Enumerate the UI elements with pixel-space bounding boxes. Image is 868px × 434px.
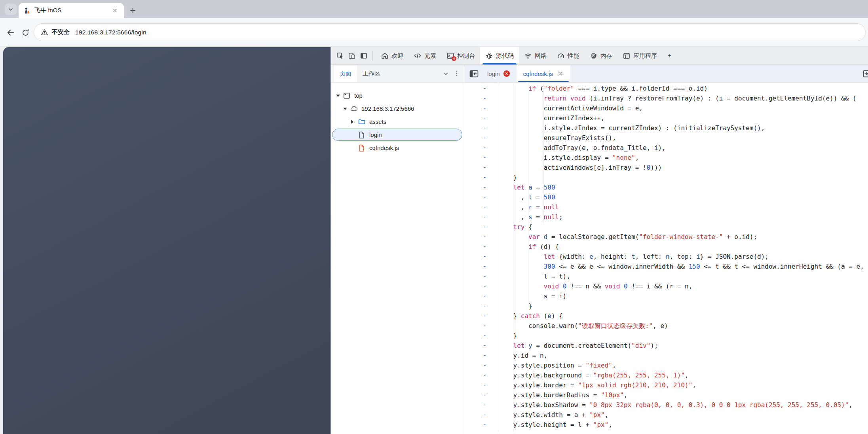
- line-gutter-marker[interactable]: -: [464, 242, 495, 252]
- devtools-tab-sources[interactable]: 源代码: [480, 47, 519, 64]
- tree-item-192-168-3-172-5666[interactable]: 192.168.3.172:5666: [331, 102, 464, 115]
- dock-side-button[interactable]: [358, 47, 370, 64]
- inspect-button[interactable]: [334, 47, 346, 64]
- line-gutter-marker[interactable]: -: [464, 222, 495, 232]
- tree-expander-closed-icon[interactable]: [351, 120, 358, 124]
- line-gutter-marker[interactable]: -: [464, 83, 495, 93]
- line-gutter-marker[interactable]: -: [464, 370, 495, 380]
- line-gutter-marker[interactable]: -: [464, 172, 495, 182]
- line-gutter-marker[interactable]: -: [464, 351, 495, 360]
- line-gutter-marker[interactable]: -: [464, 311, 495, 321]
- tree-item-top[interactable]: top: [331, 89, 464, 102]
- code-editor[interactable]: - if ("folder" === i.type && i.folderId …: [464, 83, 868, 434]
- hide-navigator-button[interactable]: [467, 65, 481, 82]
- editor-tab-close-icon[interactable]: [557, 70, 564, 77]
- address-bar[interactable]: 不安全 192.168.3.172:5666/login: [34, 23, 866, 41]
- code-line[interactable]: - ensureTrayExists(),: [464, 133, 868, 143]
- line-gutter-marker[interactable]: -: [464, 192, 495, 202]
- line-gutter-marker[interactable]: -: [464, 420, 495, 430]
- tree-item-login[interactable]: login: [331, 128, 464, 141]
- line-gutter-marker[interactable]: -: [464, 212, 495, 222]
- line-gutter-marker[interactable]: -: [464, 113, 495, 123]
- line-gutter-marker[interactable]: -: [464, 331, 495, 341]
- open-right-panel-button[interactable]: [862, 68, 868, 79]
- line-gutter-marker[interactable]: -: [464, 232, 495, 242]
- code-line[interactable]: - y.style.height = l + "px",: [464, 420, 868, 430]
- tree-expander-open-icon[interactable]: [343, 108, 350, 110]
- line-gutter-marker[interactable]: -: [464, 360, 495, 370]
- navigator-tab-workspace[interactable]: 工作区: [357, 65, 386, 82]
- code-line[interactable]: - y.style.position = "fixed",: [464, 360, 868, 370]
- editor-tab-cqfndesk-js[interactable]: cqfndesk.js: [517, 65, 570, 82]
- tree-item-assets[interactable]: assets: [331, 115, 464, 128]
- code-line[interactable]: - }: [464, 301, 868, 311]
- more-options-icon[interactable]: [453, 70, 461, 77]
- code-line[interactable]: - currentZIndex++,: [464, 113, 868, 123]
- code-line[interactable]: - }: [464, 331, 868, 341]
- code-line[interactable]: - void 0 !== n && void 0 !== i && (r = n…: [464, 281, 868, 291]
- new-tab-button[interactable]: [127, 5, 138, 15]
- code-line[interactable]: - console.warn("读取窗口状态缓存失败:", e): [464, 321, 868, 331]
- devtools-tab-application[interactable]: 应用程序: [617, 47, 662, 64]
- code-line[interactable]: - var d = localStorage.getItem("folder-w…: [464, 232, 868, 242]
- line-gutter-marker[interactable]: -: [464, 103, 495, 113]
- code-line[interactable]: - 300 <= e && e <= window.innerWidth && …: [464, 262, 868, 271]
- line-gutter-marker[interactable]: -: [464, 133, 495, 143]
- devtools-tab-network[interactable]: 网络: [519, 47, 552, 64]
- code-line[interactable]: - if ("folder" === i.type && i.folderId …: [464, 83, 868, 93]
- tree-item-cqfndesk-js[interactable]: cqfndesk.js: [331, 141, 464, 154]
- line-gutter-marker[interactable]: -: [464, 123, 495, 133]
- code-line[interactable]: - }: [464, 172, 868, 182]
- line-gutter-marker[interactable]: -: [464, 281, 495, 291]
- code-line[interactable]: - , r = null: [464, 202, 868, 212]
- back-button[interactable]: [5, 27, 16, 38]
- line-gutter-marker[interactable]: -: [464, 252, 495, 262]
- editor-tab-login[interactable]: login: [481, 65, 517, 82]
- code-line[interactable]: - i.style.display = "none",: [464, 153, 868, 163]
- line-gutter-marker[interactable]: -: [464, 202, 495, 212]
- code-line[interactable]: - y.style.borderRadius = "10px",: [464, 390, 868, 400]
- line-gutter-marker[interactable]: -: [464, 321, 495, 331]
- tree-expander-open-icon[interactable]: [336, 95, 343, 97]
- browser-tab[interactable]: 飞牛 fnOS: [19, 3, 124, 18]
- device-toolbar-button[interactable]: [346, 47, 358, 64]
- line-gutter-marker[interactable]: -: [464, 153, 495, 163]
- code-line[interactable]: - y.id = n,: [464, 351, 868, 360]
- line-gutter-marker[interactable]: -: [464, 341, 495, 351]
- line-gutter-marker[interactable]: -: [464, 380, 495, 390]
- line-gutter-marker[interactable]: -: [464, 262, 495, 271]
- code-line[interactable]: - let {width: e, height: t, left: n, top…: [464, 252, 868, 262]
- line-gutter-marker[interactable]: -: [464, 400, 495, 410]
- line-gutter-marker[interactable]: -: [464, 163, 495, 172]
- page-viewport[interactable]: [3, 47, 330, 434]
- code-line[interactable]: - , l = 500: [464, 192, 868, 202]
- line-gutter-marker[interactable]: -: [464, 143, 495, 153]
- code-line[interactable]: - try {: [464, 222, 868, 232]
- more-tools-button[interactable]: +: [662, 47, 677, 64]
- code-line[interactable]: - addToTray(e, o.fndata_Title, i),: [464, 143, 868, 153]
- code-line[interactable]: - let a = 500: [464, 182, 868, 192]
- line-gutter-marker[interactable]: -: [464, 410, 495, 420]
- navigator-overflow-chevron-icon[interactable]: [441, 70, 450, 77]
- code-line[interactable]: - activeWindows[e].inTray = !0))): [464, 163, 868, 172]
- code-line[interactable]: - let y = document.createElement("div");: [464, 341, 868, 351]
- code-line[interactable]: - y.style.border = "1px solid rgb(210, 2…: [464, 380, 868, 390]
- code-line[interactable]: - y.style.background = "rgba(255, 255, 2…: [464, 370, 868, 380]
- line-gutter-marker[interactable]: -: [464, 93, 495, 103]
- code-line[interactable]: - s = i): [464, 291, 868, 301]
- line-gutter-marker[interactable]: -: [464, 182, 495, 192]
- line-gutter-marker[interactable]: -: [464, 291, 495, 301]
- code-line[interactable]: - y.style.width = a + "px",: [464, 410, 868, 420]
- devtools-tab-home[interactable]: 欢迎: [376, 47, 408, 64]
- code-line[interactable]: - return void (i.inTray ? restoreFromTra…: [464, 93, 868, 103]
- line-gutter-marker[interactable]: -: [464, 390, 495, 400]
- devtools-tab-performance[interactable]: 性能: [552, 47, 585, 64]
- navigator-tab-page[interactable]: 页面: [334, 65, 357, 82]
- code-line[interactable]: - } catch (e) {: [464, 311, 868, 321]
- code-line[interactable]: - , s = null;: [464, 212, 868, 222]
- code-line[interactable]: - i.style.zIndex = currentZIndex) : (ini…: [464, 123, 868, 133]
- code-line[interactable]: - if (d) {: [464, 242, 868, 252]
- line-gutter-marker[interactable]: -: [464, 301, 495, 311]
- tab-search-button[interactable]: [5, 4, 17, 15]
- devtools-tab-memory[interactable]: 内存: [585, 47, 617, 64]
